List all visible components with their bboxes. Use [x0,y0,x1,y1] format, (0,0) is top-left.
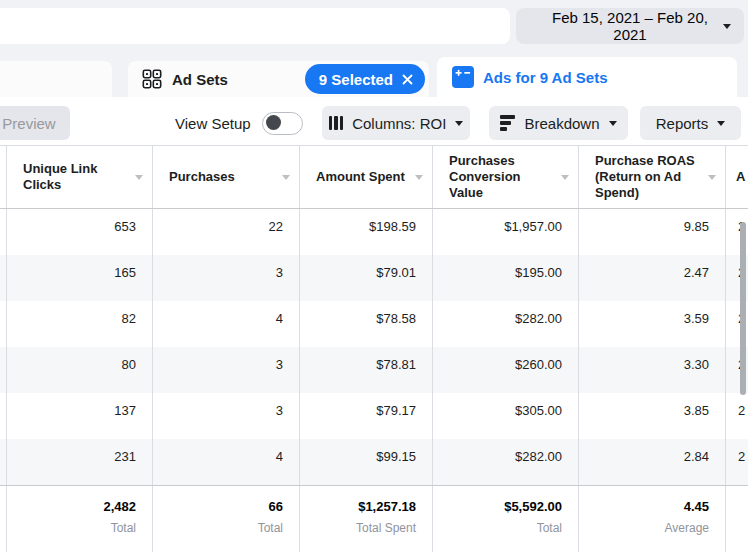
cell-conversion-value: $260.00 [433,347,579,393]
cell-conversion-value: $195.00 [433,255,579,301]
cell-amount-spent: $78.58 [300,301,433,347]
metrics-table: Unique Link Clicks Purchases Amount Spen… [0,145,748,552]
cell-partial: 2 [726,439,748,485]
toolbar: Preview View Setup Columns: ROI Breakdow… [0,97,748,145]
cell-amount-spent: $78.81 [300,347,433,393]
table-left-clip [0,146,7,208]
table-row[interactable]: 137 3 $79.17 $305.00 3.85 2 [0,393,748,439]
cell-amount-spent: $99.15 [300,439,433,485]
tab-bar: Ad Sets 9 Selected Ads for 9 Ad Sets [0,52,748,97]
column-header-amount-spent[interactable]: Amount Spent [300,146,433,208]
preview-button[interactable]: Preview [0,106,70,140]
total-amount-spent: $1,257.18 Total Spent [300,486,433,552]
toggle-knob [266,115,281,130]
column-header-purchases-conversion-value[interactable]: Purchases Conversion Value [433,146,579,208]
cell-conversion-value: $282.00 [433,301,579,347]
chevron-down-icon [609,121,617,126]
total-purchases: 66 Total [153,486,300,552]
table-row[interactable]: 82 4 $78.58 $282.00 3.59 2 [0,301,748,347]
cell-conversion-value: $305.00 [433,393,579,439]
view-setup-control: View Setup [175,106,303,140]
cell-roas: 2.84 [579,439,726,485]
cell-roas: 3.85 [579,393,726,439]
sort-icon[interactable] [561,175,569,180]
column-header-unique-link-clicks[interactable]: Unique Link Clicks [7,146,153,208]
date-range-button[interactable]: Feb 15, 2021 – Feb 20, 2021 [516,8,744,44]
reports-button[interactable]: Reports [640,106,741,140]
breakdown-icon [500,115,515,131]
cell-unique-link-clicks: 231 [7,439,153,485]
table-row[interactable]: 165 3 $79.01 $195.00 2.47 2 [0,255,748,301]
total-unique-link-clicks: 2,482 Total [7,486,153,552]
tab-ad-sets[interactable]: Ad Sets 9 Selected [128,61,429,97]
search-input[interactable] [0,8,510,44]
selected-count-badge[interactable]: 9 Selected [305,64,425,94]
table-row[interactable]: 231 4 $99.15 $282.00 2.84 2 [0,439,748,485]
table-body: 653 22 $198.59 $1,957.00 9.85 2 165 3 $7… [0,209,748,485]
cell-partial: 2 [726,393,748,439]
view-setup-toggle[interactable] [262,112,303,135]
cell-unique-link-clicks: 82 [7,301,153,347]
top-bar: Feb 15, 2021 – Feb 20, 2021 [0,0,748,52]
chevron-down-icon [717,121,725,126]
columns-button-label: Columns: ROI [352,115,446,132]
cell-amount-spent: $79.01 [300,255,433,301]
cell-purchases: 4 [153,301,300,347]
ads-icon [452,66,474,88]
cell-unique-link-clicks: 653 [7,209,153,255]
breakdown-button-label: Breakdown [524,115,599,132]
chevron-down-icon [723,24,731,29]
cell-purchases: 3 [153,347,300,393]
cell-roas: 3.59 [579,301,726,347]
selected-count-label: 9 Selected [319,71,393,88]
table-header-row: Unique Link Clicks Purchases Amount Spen… [0,146,748,209]
cell-unique-link-clicks: 80 [7,347,153,393]
column-header-partial[interactable]: A [726,146,748,208]
column-header-purchases[interactable]: Purchases [153,146,300,208]
ads-manager-app: Feb 15, 2021 – Feb 20, 2021 [0,0,748,552]
cell-amount-spent: $79.17 [300,393,433,439]
cell-unique-link-clicks: 137 [7,393,153,439]
date-range-label: Feb 15, 2021 – Feb 20, 2021 [537,9,723,43]
breakdown-button[interactable]: Breakdown [489,106,628,140]
table-row[interactable]: 80 3 $78.81 $260.00 3.30 2 [0,347,748,393]
cell-roas: 9.85 [579,209,726,255]
totals-row: 2,482 Total 66 Total $1,257.18 Total Spe… [0,485,748,552]
tab-ad-sets-label: Ad Sets [172,71,228,88]
cell-purchases: 3 [153,393,300,439]
chevron-down-icon [455,121,463,126]
tab-ads-active[interactable]: Ads for 9 Ad Sets [437,57,737,97]
cell-roas: 2.47 [579,255,726,301]
sort-icon[interactable] [415,175,423,180]
close-icon[interactable] [402,74,413,85]
cell-unique-link-clicks: 165 [7,255,153,301]
tab-campaigns-partial[interactable] [0,61,112,97]
sort-icon[interactable] [708,175,716,180]
columns-icon [329,116,344,130]
column-header-purchase-roas[interactable]: Purchase ROAS (Return on Ad Spend) [579,146,726,208]
vertical-scrollbar-thumb[interactable] [740,222,746,395]
reports-button-label: Reports [656,115,709,132]
cell-roas: 3.30 [579,347,726,393]
total-conversion-value: $5,592.00 Total [433,486,579,552]
cell-purchases: 3 [153,255,300,301]
cell-conversion-value: $282.00 [433,439,579,485]
total-roas: 4.45 Average [579,486,726,552]
sort-icon[interactable] [135,175,143,180]
tab-ads-label: Ads for 9 Ad Sets [483,69,607,86]
table-row[interactable]: 653 22 $198.59 $1,957.00 9.85 2 [0,209,748,255]
cell-purchases: 22 [153,209,300,255]
cell-amount-spent: $198.59 [300,209,433,255]
columns-button[interactable]: Columns: ROI [322,106,470,140]
cell-purchases: 4 [153,439,300,485]
cell-conversion-value: $1,957.00 [433,209,579,255]
view-setup-label: View Setup [175,115,251,132]
ad-sets-grid-icon [142,69,162,89]
sort-icon[interactable] [282,175,290,180]
